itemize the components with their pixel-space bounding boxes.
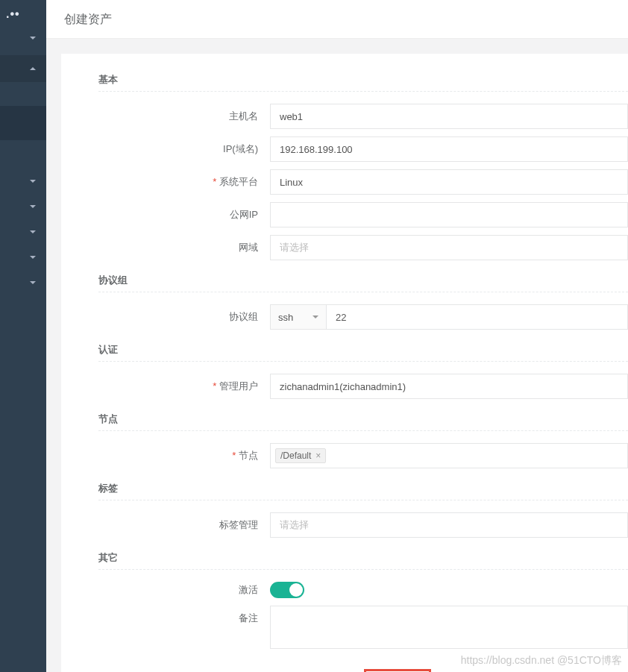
chevron-down-icon bbox=[30, 281, 36, 284]
active-toggle[interactable] bbox=[270, 582, 304, 598]
submit-highlight-box: 提交 bbox=[364, 669, 431, 672]
chevron-down-icon bbox=[30, 230, 36, 233]
protocol-type-value: ssh bbox=[278, 312, 293, 323]
label-active: 激活 bbox=[98, 583, 270, 597]
section-labels: 标签 标签管理 请选择 bbox=[98, 477, 628, 538]
sidebar-item-3[interactable] bbox=[0, 172, 46, 191]
section-title-other: 其它 bbox=[98, 547, 628, 570]
chevron-down-icon bbox=[30, 180, 36, 183]
comment-textarea[interactable] bbox=[270, 606, 628, 649]
section-title-labels: 标签 bbox=[98, 477, 628, 500]
label-mgmt-select[interactable]: 请选择 bbox=[270, 512, 628, 538]
sidebar-item-5[interactable] bbox=[0, 222, 46, 242]
sidebar: .•• bbox=[0, 0, 46, 672]
protocol-type-select[interactable]: ssh bbox=[270, 304, 327, 330]
admin-user-select[interactable]: zichanadmin1(zichanadmin1) bbox=[270, 374, 628, 399]
section-auth: 认证 管理用户 zichanadmin1(zichanadmin1) bbox=[98, 339, 628, 399]
section-title-auth: 认证 bbox=[98, 339, 628, 362]
node-chip-default[interactable]: /Default × bbox=[275, 448, 326, 463]
sidebar-item-6[interactable] bbox=[0, 248, 46, 267]
chevron-up-icon bbox=[30, 67, 36, 70]
page-title: 创建资产 bbox=[46, 0, 628, 39]
chevron-down-icon bbox=[30, 205, 36, 208]
form-panel: 基本 主机名 IP(域名) 系统平台 Linux bbox=[61, 54, 628, 672]
label-label-mgmt: 标签管理 bbox=[98, 518, 270, 532]
label-admin-user: 管理用户 bbox=[98, 380, 270, 393]
label-domain: 网域 bbox=[98, 241, 270, 254]
label-protocol-group: 协议组 bbox=[98, 310, 270, 324]
content-wrapper: 基本 主机名 IP(域名) 系统平台 Linux bbox=[46, 39, 628, 672]
domain-select[interactable]: 请选择 bbox=[270, 235, 628, 260]
sidebar-item-1[interactable] bbox=[0, 27, 46, 49]
sidebar-item-active-sub[interactable] bbox=[0, 106, 46, 140]
section-title-protocol: 协议组 bbox=[98, 269, 628, 292]
hostname-input[interactable] bbox=[270, 104, 628, 129]
protocol-port-input[interactable] bbox=[327, 304, 628, 330]
sidebar-item-2[interactable] bbox=[0, 55, 46, 82]
form-actions: 保存并继续添加 提交 bbox=[270, 669, 628, 672]
sidebar-item-7[interactable] bbox=[0, 273, 46, 292]
label-public-ip: 公网IP bbox=[98, 208, 270, 222]
node-chip-label: /Default bbox=[280, 450, 311, 461]
chevron-down-icon bbox=[30, 256, 36, 259]
label-ip: IP(域名) bbox=[98, 142, 270, 156]
label-node: 节点 bbox=[98, 449, 270, 462]
section-node: 节点 节点 /Default × bbox=[98, 408, 628, 468]
chevron-down-icon bbox=[30, 37, 36, 40]
platform-select[interactable]: Linux bbox=[270, 169, 628, 195]
close-icon[interactable]: × bbox=[315, 450, 321, 461]
sidebar-brand: .•• bbox=[0, 7, 46, 16]
sidebar-item-4[interactable] bbox=[0, 197, 46, 216]
node-tagbox[interactable]: /Default × bbox=[270, 443, 628, 468]
section-title-node: 节点 bbox=[98, 408, 628, 431]
chevron-down-icon bbox=[313, 315, 318, 318]
section-protocol: 协议组 协议组 ssh bbox=[98, 269, 628, 330]
main: 创建资产 基本 主机名 IP(域名) 系统平台 bbox=[46, 0, 628, 672]
ip-input[interactable] bbox=[270, 136, 628, 162]
public-ip-input[interactable] bbox=[270, 202, 628, 227]
label-hostname: 主机名 bbox=[98, 110, 270, 123]
label-comment: 备注 bbox=[98, 606, 270, 625]
watermark: https://blog.csdn.net @51CTO博客 bbox=[461, 654, 622, 668]
section-other: 其它 激活 备注 保存并继 bbox=[98, 547, 628, 672]
label-platform: 系统平台 bbox=[98, 175, 270, 189]
section-title-basic: 基本 bbox=[98, 69, 628, 92]
section-basic: 基本 主机名 IP(域名) 系统平台 Linux bbox=[98, 69, 628, 260]
